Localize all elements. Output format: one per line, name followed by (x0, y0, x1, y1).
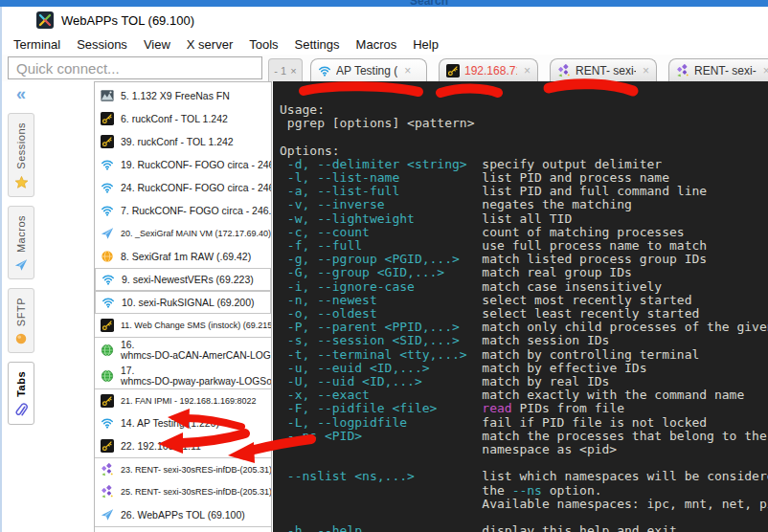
terminal-line: -w, --lightweight list all TID (280, 212, 768, 226)
session-row-label: 9. sexi-NewestVERs (69.223) (122, 274, 254, 285)
terminal-line: -f, --full use full process name to matc… (280, 239, 768, 253)
tab-ap-testing-0[interactable]: AP Testing (× (310, 58, 427, 81)
quick-connect-box (8, 56, 262, 79)
tab-192-168-71-1-1[interactable]: 192.168.71.1× (439, 58, 538, 81)
plane-icon (101, 227, 114, 240)
session-row-label: 20. _SexiGraf MAIN VM (172.17.69.40) (121, 229, 271, 238)
satellite-icon (101, 485, 114, 499)
terminal-line (280, 511, 768, 524)
session-row-label: 24. RuckCONF- FOGO circa - 246.5 (121, 182, 271, 193)
session-row-19[interactable]: 26. WebAPPs TOL (69.100) (95, 503, 271, 526)
tab-label: RENT- sexi- (576, 64, 636, 78)
session-row-13[interactable]: 17.whmcs-DO-pway-parkway-LOGSon (95, 363, 271, 388)
terminal-line: -a, --list-full list PID and full comman… (280, 185, 768, 198)
session-row-label: 11. Web Change SMS (instock) (69.215) (121, 321, 271, 330)
session-row-label: 10. sexi-RukSIGNAL (69.200) (122, 297, 255, 308)
session-row-16[interactable]: 22. 192.168.71.11 (95, 434, 271, 457)
session-row-name: whmcs-DO-pway-parkway-LOGSon (121, 376, 271, 387)
key-icon (101, 439, 114, 453)
session-row-11[interactable]: 11. Web Change SMS (instock) (69.215) (95, 314, 271, 337)
desktop-taskbar-strip: Search (0, 0, 768, 7)
terminal-line: -l, --list-name list PID and process nam… (280, 171, 768, 185)
title-bar: WebAPPs TOL (69.100) (2, 7, 768, 33)
session-row-label: 23. RENT- sexi-30sRES-infDB-(205.31) (121, 465, 271, 475)
session-row-2[interactable]: 6. ruckConf - TOL 1.242 (95, 107, 271, 130)
tab-close-icon[interactable]: × (404, 64, 411, 78)
session-row-10[interactable]: 10. sexi-RukSIGNAL (69.200) (95, 291, 271, 314)
session-row-label: 6. ruckConf - TOL 1.242 (121, 113, 228, 124)
green-globe-icon (101, 344, 114, 357)
session-list: 5. 1.132 X9 FreeNas FN6. ruckConf - TOL … (94, 81, 272, 532)
tab-close-icon[interactable]: × (643, 64, 649, 78)
tab-close-icon[interactable]: × (524, 64, 531, 78)
key-icon (446, 64, 460, 78)
session-row-8[interactable]: 8. SexiGraf 1m RAW (.69.42) (95, 245, 271, 268)
session-row-20[interactable]: 27. GrafanaVM (gt36450) (95, 526, 271, 532)
session-row-4[interactable]: 19. RuckCONF- FOGO circa - 246.5 (95, 153, 271, 176)
menu-item-settings[interactable]: Settings (295, 37, 340, 52)
wifi-icon (101, 181, 114, 194)
wifi-icon (101, 416, 114, 430)
session-row-14[interactable]: 21. FAN IPMI - 192.168.1.169:8022 (95, 388, 271, 411)
session-row-15[interactable]: 14. AP Testing (1.226) (95, 411, 271, 434)
menu-item-tools[interactable]: Tools (249, 37, 278, 52)
orange-globe-icon (101, 250, 114, 263)
session-row-label: 7. RuckCONF- FOGO circa - 246.5 (121, 205, 271, 216)
collapse-sidebar-button[interactable]: « (16, 83, 26, 104)
session-row-label: 8. SexiGraf 1m RAW (.69.42) (121, 251, 251, 262)
terminal-line: -P, --parent <PPID,...> match only child… (280, 321, 768, 334)
tab-rent-sexi-3[interactable]: RENT- sexi-× (668, 58, 768, 81)
session-row-18[interactable]: 25. RENT- sexi-30sRES-infDB-(205.31) (95, 480, 271, 503)
window-title: WebAPPs TOL (69.100) (61, 13, 194, 28)
sidebar-tab-label: Tabs (15, 371, 27, 397)
sidebar-tab-macros[interactable]: Macros (8, 206, 34, 279)
terminal-line: -g, --pgroup <PGID,...> match listed pro… (280, 253, 768, 266)
menu-item-view[interactable]: View (144, 37, 170, 52)
wifi-icon (101, 204, 114, 217)
session-row-label: 26. WebAPPs TOL (69.100) (121, 509, 245, 521)
menu-item-x-server[interactable]: X server (187, 37, 233, 52)
main-area: « SessionsMacrosSFTPTabs 5. 1.132 X9 Fre… (2, 81, 768, 532)
menu-item-sessions[interactable]: Sessions (77, 37, 127, 52)
app-logo-icon (36, 11, 54, 29)
key-icon (101, 112, 114, 125)
session-row-name: whmcs-DO-aCAN-AmerCAN-LOGSon (121, 350, 271, 361)
toolbar-row: - 1 × AP Testing (×192.168.71.1×RENT- se… (2, 55, 768, 81)
sidebar-tab-label: SFTP (15, 298, 27, 326)
session-row-6[interactable]: 7. RuckCONF- FOGO circa - 246.5 (95, 199, 271, 222)
terminal-line: Options: (280, 144, 768, 158)
session-row-12[interactable]: 16.whmcs-DO-aCAN-AmerCAN-LOGSon (95, 337, 271, 363)
screen: Search WebAPPs TOL (69.100) TerminalSess… (0, 0, 768, 532)
terminal-line: -o, --oldest select least recently start… (280, 307, 768, 321)
tab-partial-close-icon[interactable]: × (290, 65, 296, 77)
menu-item-help[interactable]: Help (413, 37, 439, 52)
sidebar-tab-sftp[interactable]: SFTP (8, 288, 34, 353)
sidebar-tab-sessions[interactable]: Sessions (8, 113, 34, 197)
sidebar-tab-label: Sessions (15, 122, 27, 169)
quick-connect-input[interactable] (9, 57, 261, 78)
menu-item-macros[interactable]: Macros (356, 37, 397, 52)
terminal-line: -n, --newest select most recently starte… (280, 294, 768, 307)
session-row-label: 5. 1.132 X9 FreeNas FN (121, 90, 230, 101)
sidebar-tab-tabs[interactable]: Tabs (8, 362, 34, 425)
session-row-3[interactable]: 39. ruckConf - TOL 1.242 (95, 130, 271, 153)
session-row-1[interactable]: 5. 1.132 X9 FreeNas FN (95, 84, 271, 107)
session-row-label: 25. RENT- sexi-30sRES-infDB-(205.31) (121, 487, 271, 497)
session-row-9[interactable]: 9. sexi-NewestVERs (69.223) (95, 268, 271, 291)
ball-icon (14, 332, 28, 345)
terminal[interactable]: Usage: pgrep [options] <pattern> Options… (273, 81, 768, 532)
tab-label: AP Testing ( (336, 64, 397, 78)
satellite-icon (676, 64, 689, 78)
terminal-line: -v, --inverse negates the matching (280, 198, 768, 211)
menu-item-terminal[interactable]: Terminal (13, 37, 60, 52)
terminal-tab-bar: AP Testing (×192.168.71.1×RENT- sexi-×RE… (310, 58, 768, 81)
tab-rent-sexi-2[interactable]: RENT- sexi-× (550, 58, 657, 81)
app-window: WebAPPs TOL (69.100) TerminalSessionsVie… (0, 7, 768, 532)
tab-partial[interactable]: - 1 × (268, 58, 303, 81)
session-row-5[interactable]: 24. RuckCONF- FOGO circa - 246.5 (95, 176, 271, 199)
session-row-label: 21. FAN IPMI - 192.168.1.169:8022 (121, 396, 257, 406)
session-row-number: 16. (121, 340, 271, 350)
tab-close-icon[interactable]: × (763, 64, 768, 78)
session-row-7[interactable]: 20. _SexiGraf MAIN VM (172.17.69.40) (95, 222, 271, 245)
session-row-17[interactable]: 23. RENT- sexi-30sRES-infDB-(205.31) (95, 457, 271, 480)
